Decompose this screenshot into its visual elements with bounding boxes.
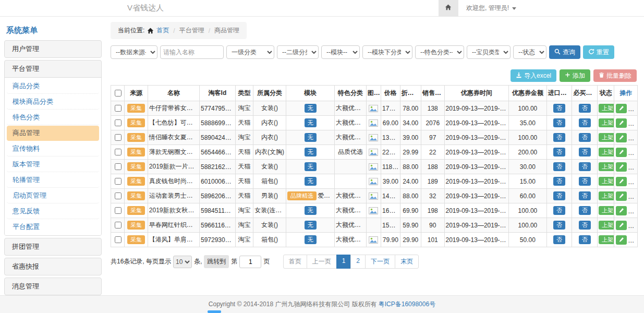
row-checkbox[interactable]	[115, 192, 121, 199]
imported-badge[interactable]: 否	[553, 177, 565, 186]
imported-badge[interactable]: 否	[553, 221, 565, 230]
status-badge[interactable]: 上架	[599, 133, 614, 142]
row-checkbox[interactable]	[115, 236, 121, 243]
must-buy-badge[interactable]: 否	[579, 221, 591, 230]
page-button[interactable]: 1	[336, 255, 351, 269]
status-badge[interactable]: 上架	[599, 162, 614, 171]
row-checkbox[interactable]	[115, 149, 121, 155]
search-button[interactable]: 查询	[549, 45, 580, 59]
select-all-checkbox[interactable]	[115, 90, 121, 97]
cell-source: 采集	[125, 203, 148, 218]
edit-button[interactable]	[616, 191, 627, 201]
row-checkbox[interactable]	[115, 105, 121, 112]
edit-button[interactable]	[616, 162, 627, 172]
page-size-select[interactable]: 10	[173, 256, 192, 268]
sidebar-item[interactable]: 商品管理	[7, 126, 99, 141]
must-buy-badge[interactable]: 否	[579, 133, 591, 142]
home-button[interactable]	[439, 0, 458, 16]
status-badge[interactable]: 上架	[599, 191, 614, 200]
row-checkbox[interactable]	[115, 207, 121, 214]
row-checkbox[interactable]	[115, 163, 121, 170]
imported-badge[interactable]: 否	[553, 118, 565, 127]
must-buy-badge[interactable]: 否	[579, 191, 591, 200]
breadcrumb-home-link[interactable]: 首页	[156, 26, 169, 35]
page-button[interactable]: 下一页	[365, 255, 395, 269]
row-checkbox[interactable]	[115, 119, 121, 126]
sidebar-item[interactable]: 宣传物料	[7, 141, 99, 156]
edit-button[interactable]	[616, 206, 627, 215]
edit-button[interactable]	[616, 235, 627, 245]
reset-button[interactable]: 重置	[583, 45, 614, 59]
name-search-input[interactable]	[160, 45, 224, 59]
sidebar-section-header[interactable]: 省惠快报	[5, 258, 101, 275]
sidebar-section-header[interactable]: 拼团管理	[5, 238, 101, 255]
row-checkbox[interactable]	[115, 134, 121, 141]
imported-badge[interactable]: 否	[553, 104, 565, 113]
icp-link[interactable]: 粤ICP备16098006号	[379, 300, 435, 309]
row-checkbox[interactable]	[115, 178, 121, 185]
sidebar-item[interactable]: 启动页管理	[7, 188, 99, 203]
page-button[interactable]: 末页	[395, 255, 419, 269]
filter-select[interactable]: --二级分类--	[277, 45, 319, 59]
status-badge[interactable]: 上架	[599, 177, 614, 186]
sidebar-item[interactable]: 平台配置	[7, 220, 99, 234]
filter-select[interactable]: --特色分类--	[415, 45, 464, 59]
edit-button[interactable]	[616, 221, 627, 230]
cell-imported: 否	[546, 145, 572, 160]
must-buy-badge[interactable]: 否	[579, 177, 591, 186]
sidebar-item[interactable]: 特色分类	[7, 110, 99, 125]
must-buy-badge[interactable]: 否	[579, 235, 591, 244]
page-button[interactable]: 上一页	[307, 255, 337, 269]
imported-badge[interactable]: 否	[553, 162, 565, 171]
page-jump-input[interactable]	[239, 256, 261, 268]
status-badge[interactable]: 上架	[599, 221, 614, 230]
row-checkbox[interactable]	[115, 222, 121, 228]
must-buy-badge[interactable]: 否	[579, 118, 591, 127]
sidebar-item[interactable]: 模块商品分类	[7, 94, 99, 110]
sidebar-item[interactable]: 商品分类	[7, 79, 99, 94]
user-menu[interactable]: 欢迎您, 管理员!	[458, 0, 524, 16]
cell-feature: 大额优惠券	[335, 233, 367, 247]
sidebar-item[interactable]: 意见反馈	[7, 204, 99, 219]
edit-button[interactable]	[616, 104, 627, 113]
must-buy-badge[interactable]: 否	[579, 162, 591, 171]
bulk-delete-button[interactable]: 批量删除	[593, 69, 637, 82]
sidebar-item[interactable]: 轮播管理	[7, 173, 99, 188]
horizontal-scrollbar-thumb[interactable]	[208, 310, 221, 313]
imported-badge[interactable]: 否	[553, 191, 565, 200]
filter-select[interactable]: --模块--	[321, 45, 360, 59]
filter-select[interactable]: 一级分类	[226, 45, 274, 59]
edit-button[interactable]	[616, 177, 627, 186]
add-button[interactable]: 添加	[560, 69, 590, 82]
must-buy-badge[interactable]: 否	[579, 148, 591, 156]
status-badge[interactable]: 上架	[599, 206, 614, 215]
status-badge[interactable]: 上架	[599, 118, 614, 127]
cell-discount-price: 69.90	[400, 203, 421, 218]
status-badge[interactable]: 上架	[599, 148, 614, 156]
edit-button[interactable]	[616, 148, 627, 157]
jump-button[interactable]: 跳转到	[204, 255, 229, 268]
filter-select[interactable]: --模块下分类--	[362, 45, 412, 59]
imported-badge[interactable]: 否	[553, 148, 565, 156]
status-badge[interactable]: 上架	[599, 235, 614, 244]
filter-select[interactable]: --数据来源--	[111, 45, 157, 59]
filter-select[interactable]: --状态--	[513, 45, 546, 59]
sidebar-section-header[interactable]: 平台管理	[5, 61, 101, 77]
cell-source: 采集	[125, 174, 148, 189]
sidebar-item[interactable]: 版本管理	[7, 157, 99, 172]
page-button[interactable]: 2	[350, 255, 366, 269]
status-badge[interactable]: 上架	[599, 104, 614, 113]
imported-badge[interactable]: 否	[553, 206, 565, 215]
must-buy-badge[interactable]: 否	[579, 206, 591, 215]
imported-badge[interactable]: 否	[553, 235, 565, 244]
imported-badge[interactable]: 否	[553, 133, 565, 142]
edit-button[interactable]	[616, 133, 627, 142]
edit-button[interactable]	[616, 118, 627, 128]
cell-icon	[366, 101, 381, 116]
sidebar-section-header[interactable]: 消息管理	[5, 278, 101, 295]
must-buy-badge[interactable]: 否	[579, 104, 591, 113]
import-excel-button[interactable]: 导入excel	[511, 69, 556, 82]
filter-select[interactable]: --宝贝类型--	[467, 45, 511, 59]
sidebar-section-header[interactable]: 用户管理	[5, 41, 101, 57]
page-button[interactable]: 首页	[283, 255, 307, 269]
